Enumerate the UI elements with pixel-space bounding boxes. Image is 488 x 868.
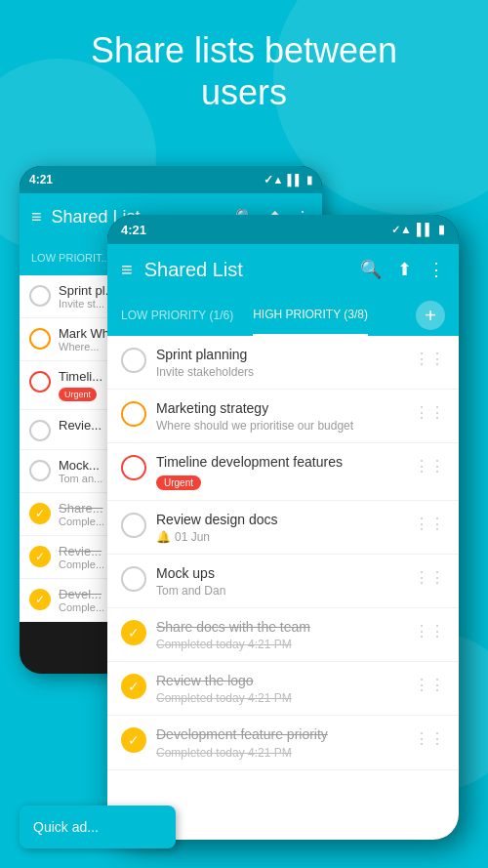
list-item-review-logo: ✓ Review the logo Completed today 4:21 P… (107, 662, 459, 716)
signal-icon: ▌▌ (287, 174, 303, 186)
back-item-timeline-text: Timeli... Urgent (59, 369, 102, 401)
front-wifi-icon: ▲ (400, 223, 412, 236)
back-urgent-badge: Urgent (59, 388, 97, 401)
sprint-drag-handle[interactable]: ⋮⋮ (414, 350, 445, 368)
wifi-icon: ▲ (273, 174, 284, 186)
mockups-drag-handle[interactable]: ⋮⋮ (414, 568, 445, 587)
front-status-icons: ▲ ▌▌ ▮ (400, 223, 445, 236)
back-circle-review[interactable] (29, 420, 51, 441)
front-tab-bar: LOW PRIORITY (1/6) HIGH PRIORITY (3/8) + (107, 295, 459, 336)
front-check: ✓ (391, 224, 400, 236)
back-item-review-text: Revie... (59, 418, 102, 433)
back-review-title: Revie... (59, 418, 102, 433)
review-docs-title: Review design docs (156, 511, 404, 528)
back-share-title: Share... (59, 501, 104, 516)
marketing-drag-handle[interactable]: ⋮⋮ (414, 403, 445, 422)
front-signal-icon: ▌▌ (417, 223, 433, 236)
share-docs-drag-handle[interactable]: ⋮⋮ (414, 622, 445, 641)
review-logo-subtitle: Completed today 4:21 PM (156, 691, 404, 705)
review-logo-title: Review the logo (156, 672, 404, 689)
back-devfeature-sub: Comple... (59, 601, 104, 613)
back-menu-icon[interactable]: ≡ (31, 207, 42, 227)
phone-front: 4:21 ✓ ▲ ▌▌ ▮ ≡ Shared List 🔍 ⬆ ⋮ LOW PR… (107, 215, 459, 840)
timeline-title: Timeline development features (156, 453, 404, 471)
mockups-title: Mock ups (156, 564, 404, 582)
front-more-icon[interactable]: ⋮ (427, 259, 445, 280)
back-mockups-sub: Tom an... (59, 473, 102, 484)
marketing-body: Marketing strategy Where should we prior… (156, 399, 404, 433)
back-status-bar: 4:21 ✓ ▲ ▌▌ ▮ (20, 166, 322, 193)
dev-feature-checkbox[interactable]: ✓ (121, 727, 146, 753)
review-docs-body: Review design docs 🔔 01 Jun (156, 511, 404, 544)
share-docs-body: Share docs with the team Completed today… (156, 618, 404, 651)
timeline-drag-handle[interactable]: ⋮⋮ (414, 457, 445, 475)
list-item-mockups: Mock ups Tom and Dan ⋮⋮ (107, 555, 459, 608)
back-mockups-title: Mock... (59, 458, 102, 473)
front-share-icon[interactable]: ⬆ (397, 259, 412, 280)
back-circle-devfeature[interactable]: ✓ (29, 589, 51, 610)
back-status-icons: ▲ ▌▌ ▮ (273, 174, 312, 186)
front-search-icon[interactable]: 🔍 (360, 259, 382, 280)
review-docs-checkbox[interactable] (121, 513, 146, 538)
back-circle-marketing[interactable] (29, 328, 51, 350)
marketing-checkbox[interactable] (121, 401, 146, 427)
front-tab-high[interactable]: HIGH PRIORITY (3/8) (253, 295, 368, 336)
review-docs-reminder: 🔔 01 Jun (156, 530, 404, 544)
back-reviewlogo-sub: Comple... (59, 558, 104, 570)
bell-icon: 🔔 (156, 530, 171, 544)
back-devfeature-title: Devel... (59, 587, 104, 601)
front-add-tab-btn[interactable]: + (416, 301, 445, 330)
back-circle-sprint[interactable] (29, 285, 51, 307)
back-item-devfeature-text: Devel... Comple... (59, 587, 104, 613)
back-item-mockups-text: Mock... Tom an... (59, 458, 102, 484)
back-timeline-title: Timeli... (59, 369, 102, 384)
list-item-share-docs: ✓ Share docs with the team Completed tod… (107, 608, 459, 662)
front-list-content: Sprint planning Invite stakeholders ⋮⋮ M… (107, 336, 459, 840)
back-item-reviewlogo-text: Revie... Comple... (59, 544, 104, 570)
mockups-checkbox[interactable] (121, 566, 146, 592)
quick-add-bar[interactable]: Quick ad... (20, 806, 176, 848)
back-tab-low[interactable]: LOW PRIORIT... (31, 252, 110, 264)
list-item-marketing: Marketing strategy Where should we prior… (107, 390, 459, 443)
front-toolbar-title: Shared List (144, 259, 348, 281)
back-circle-share[interactable]: ✓ (29, 503, 51, 524)
review-logo-checkbox[interactable]: ✓ (121, 674, 146, 699)
back-circle-mockups[interactable] (29, 460, 51, 481)
list-item-review-docs: Review design docs 🔔 01 Jun ⋮⋮ (107, 501, 459, 555)
marketing-title: Marketing strategy (156, 399, 404, 417)
front-action-icons: 🔍 ⬆ ⋮ (360, 259, 445, 280)
sprint-title: Sprint planning (156, 346, 404, 363)
marketing-subtitle: Where should we prioritise our budget (156, 419, 404, 433)
list-item-timeline: Timeline development features Urgent ⋮⋮ (107, 443, 459, 500)
review-docs-drag-handle[interactable]: ⋮⋮ (414, 515, 445, 533)
review-logo-drag-handle[interactable]: ⋮⋮ (414, 676, 445, 694)
front-status-bar: 4:21 ✓ ▲ ▌▌ ▮ (107, 215, 459, 244)
dev-feature-subtitle: Completed today 4:21 PM (156, 746, 404, 760)
back-check: ✓ (264, 173, 273, 186)
front-time: 4:21 (121, 223, 387, 237)
review-logo-body: Review the logo Completed today 4:21 PM (156, 672, 404, 705)
list-item-sprint: Sprint planning Invite stakeholders ⋮⋮ (107, 336, 459, 390)
mockups-body: Mock ups Tom and Dan (156, 564, 404, 598)
front-toolbar: ≡ Shared List 🔍 ⬆ ⋮ (107, 244, 459, 295)
mockups-subtitle: Tom and Dan (156, 584, 404, 598)
sprint-checkbox[interactable] (121, 348, 146, 373)
sprint-body: Sprint planning Invite stakeholders (156, 346, 404, 379)
timeline-checkbox[interactable] (121, 455, 146, 480)
quick-add-label: Quick ad... (33, 819, 99, 835)
share-docs-checkbox[interactable]: ✓ (121, 620, 146, 645)
list-item-dev-feature: ✓ Development feature priority Completed… (107, 716, 459, 769)
urgent-badge: Urgent (156, 475, 201, 490)
back-circle-timeline[interactable] (29, 371, 51, 393)
front-menu-icon[interactable]: ≡ (121, 259, 133, 281)
sprint-subtitle: Invite stakeholders (156, 365, 404, 379)
back-reviewlogo-title: Revie... (59, 544, 104, 558)
back-time: 4:21 (29, 173, 264, 186)
share-docs-title: Share docs with the team (156, 618, 404, 636)
dev-feature-drag-handle[interactable]: ⋮⋮ (414, 729, 445, 748)
front-tab-low[interactable]: LOW PRIORITY (1/6) (121, 295, 233, 336)
back-item-share-text: Share... Comple... (59, 501, 104, 527)
front-battery-icon: ▮ (438, 223, 445, 236)
back-circle-reviewlogo[interactable]: ✓ (29, 546, 51, 567)
reminder-date: 01 Jun (175, 530, 210, 544)
